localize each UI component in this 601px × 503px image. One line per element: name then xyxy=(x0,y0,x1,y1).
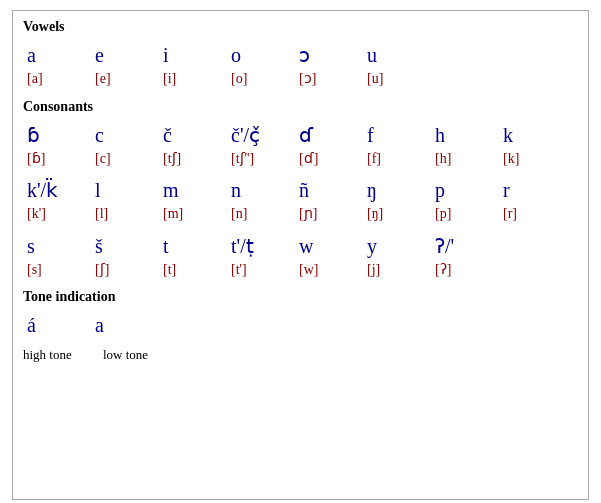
consonant-main-char: n xyxy=(231,176,241,204)
consonant-cell: ʔ/'[ʔ] xyxy=(431,230,499,282)
consonant-ipa-char: [ɓ] xyxy=(27,149,45,169)
consonant-cell: h[h] xyxy=(431,119,499,171)
consonant-main-char: m xyxy=(163,176,179,204)
vowel-cell: a[a] xyxy=(23,39,91,91)
tone-title: Tone indication xyxy=(23,289,578,305)
consonant-main-char: č'/ç̌ xyxy=(231,121,260,149)
consonant-cell: p[p] xyxy=(431,174,499,226)
consonant-ipa-char: [m] xyxy=(163,204,183,224)
vowel-ipa-char: [a] xyxy=(27,69,43,89)
consonant-main-char: k'/k̈ xyxy=(27,176,58,204)
consonant-cell: r[r] xyxy=(499,174,567,226)
consonant-row: k'/k̈[k']l[l]m[m]n[n]ñ[ɲ]ŋ[ŋ]p[p]r[r] xyxy=(23,174,578,226)
consonant-row: s[s]š[ʃ]t[t]t'/ṭ[t']w[w]y[j]ʔ/'[ʔ] xyxy=(23,230,578,282)
page-container: Vowels a[a]e[e]i[i]o[o]ɔ[ɔ]u[u] Consonan… xyxy=(12,10,589,500)
consonant-main-char: l xyxy=(95,176,101,204)
consonant-ipa-char: [ŋ] xyxy=(367,204,383,224)
vowels-title: Vowels xyxy=(23,19,578,35)
consonant-cell xyxy=(499,230,567,282)
consonant-ipa-char: [t'] xyxy=(231,260,247,280)
consonant-main-char: š xyxy=(95,232,103,260)
tone-section: Tone indication áa high tonelow tone xyxy=(23,289,578,363)
consonant-ipa-char: [t] xyxy=(163,260,176,280)
tone-labels: high tonelow tone xyxy=(23,345,578,363)
tone-main-char: á xyxy=(27,311,36,339)
consonant-ipa-char: [r] xyxy=(503,204,517,224)
vowel-cell xyxy=(499,39,567,91)
consonant-ipa-char: [k] xyxy=(503,149,519,169)
tone-main-char: a xyxy=(95,311,104,339)
consonant-cell: ñ[ɲ] xyxy=(295,174,363,226)
consonant-main-char: č xyxy=(163,121,172,149)
vowel-ipa-char: [u] xyxy=(367,69,383,89)
consonant-cell: c[c] xyxy=(91,119,159,171)
consonant-cell: š[ʃ] xyxy=(91,230,159,282)
consonant-main-char: ɗ xyxy=(299,121,313,149)
consonants-title: Consonants xyxy=(23,99,578,115)
consonant-main-char: p xyxy=(435,176,445,204)
consonant-ipa-char: [s] xyxy=(27,260,42,280)
vowel-cell: e[e] xyxy=(91,39,159,91)
consonant-cell: t'/ṭ[t'] xyxy=(227,230,295,282)
consonant-main-char: s xyxy=(27,232,35,260)
vowel-main-char: ɔ xyxy=(299,41,310,69)
vowel-main-char: a xyxy=(27,41,36,69)
tone-label: high tone xyxy=(23,347,103,363)
consonants-section: Consonants ɓ[ɓ]c[c]č[tʃ]č'/ç̌[tʃ'']ɗ[ɗ]f… xyxy=(23,99,578,282)
vowels-grid: a[a]e[e]i[i]o[o]ɔ[ɔ]u[u] xyxy=(23,39,578,91)
vowel-main-char: e xyxy=(95,41,104,69)
vowel-cell: o[o] xyxy=(227,39,295,91)
consonant-main-char: h xyxy=(435,121,445,149)
consonant-main-char: y xyxy=(367,232,377,260)
tone-cell: a xyxy=(91,309,159,341)
consonant-ipa-char: [k'] xyxy=(27,204,46,224)
vowel-main-char: o xyxy=(231,41,241,69)
consonant-main-char: f xyxy=(367,121,374,149)
consonant-cell: ɓ[ɓ] xyxy=(23,119,91,171)
vowel-cell xyxy=(431,39,499,91)
consonant-ipa-char: [j] xyxy=(367,260,380,280)
tone-label: low tone xyxy=(103,347,183,363)
consonant-cell: t[t] xyxy=(159,230,227,282)
vowel-main-char: i xyxy=(163,41,169,69)
consonant-ipa-char: [ʃ] xyxy=(95,260,109,280)
vowel-ipa-char: [i] xyxy=(163,69,176,89)
consonant-main-char: t'/ṭ xyxy=(231,232,254,260)
consonant-ipa-char: [ʔ] xyxy=(435,260,451,280)
consonant-cell: w[w] xyxy=(295,230,363,282)
consonant-ipa-char: [l] xyxy=(95,204,108,224)
vowel-main-char: u xyxy=(367,41,377,69)
consonant-main-char: c xyxy=(95,121,104,149)
tone-cell: á xyxy=(23,309,91,341)
consonant-cell: č'/ç̌[tʃ''] xyxy=(227,119,295,171)
consonant-cell: ɗ[ɗ] xyxy=(295,119,363,171)
consonant-cell: l[l] xyxy=(91,174,159,226)
consonant-ipa-char: [f] xyxy=(367,149,381,169)
vowel-cell: i[i] xyxy=(159,39,227,91)
vowel-ipa-char: [o] xyxy=(231,69,247,89)
consonants-rows: ɓ[ɓ]c[c]č[tʃ]č'/ç̌[tʃ'']ɗ[ɗ]f[f]h[h]k[k]… xyxy=(23,119,578,282)
vowel-cell: ɔ[ɔ] xyxy=(295,39,363,91)
consonant-cell: f[f] xyxy=(363,119,431,171)
consonant-ipa-char: [c] xyxy=(95,149,111,169)
consonant-ipa-char: [tʃ] xyxy=(163,149,181,169)
consonant-ipa-char: [ɗ] xyxy=(299,149,318,169)
vowel-ipa-char: [e] xyxy=(95,69,111,89)
consonant-main-char: ŋ xyxy=(367,176,377,204)
consonant-cell: y[j] xyxy=(363,230,431,282)
consonant-main-char: r xyxy=(503,176,510,204)
consonant-cell: k'/k̈[k'] xyxy=(23,174,91,226)
vowels-section: Vowels a[a]e[e]i[i]o[o]ɔ[ɔ]u[u] xyxy=(23,19,578,91)
consonant-main-char: k xyxy=(503,121,513,149)
consonant-ipa-char: [ɲ] xyxy=(299,204,317,224)
consonant-ipa-char: [w] xyxy=(299,260,318,280)
consonant-main-char: ñ xyxy=(299,176,309,204)
consonant-cell: m[m] xyxy=(159,174,227,226)
consonant-main-char: ʔ/' xyxy=(435,232,454,260)
consonant-cell: n[n] xyxy=(227,174,295,226)
consonant-row: ɓ[ɓ]c[c]č[tʃ]č'/ç̌[tʃ'']ɗ[ɗ]f[f]h[h]k[k] xyxy=(23,119,578,171)
consonant-ipa-char: [h] xyxy=(435,149,451,169)
consonant-ipa-char: [p] xyxy=(435,204,451,224)
consonant-cell: č[tʃ] xyxy=(159,119,227,171)
vowel-ipa-char: [ɔ] xyxy=(299,69,316,89)
